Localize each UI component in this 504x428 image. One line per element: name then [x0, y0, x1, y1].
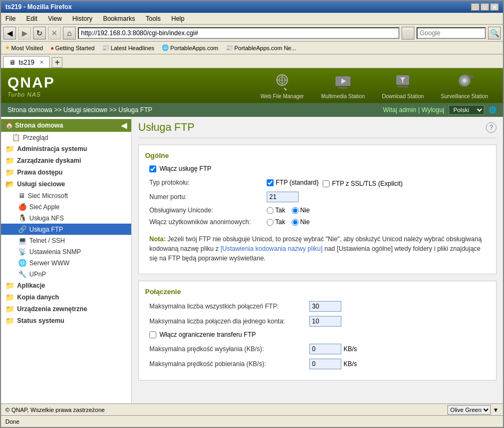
- max-upload-row: Maksymalna prędkość wysyłania (KB/s): KB…: [145, 344, 490, 354]
- max-upload-unit: KB/s: [343, 345, 357, 353]
- note-link[interactable]: [Ustawienia kodowania nazwy pliku]: [220, 245, 322, 252]
- close-button[interactable]: ✕: [490, 3, 499, 11]
- limit-transfer-checkbox[interactable]: [149, 331, 156, 338]
- sidebar-group-aplikacje[interactable]: 📁 Aplikacje: [1, 280, 131, 291]
- download-station-icon: [393, 72, 412, 91]
- globe-icon: 🌐: [489, 106, 497, 114]
- sidebar-group-status[interactable]: 📁 Status systemu: [1, 315, 131, 327]
- bookmark-portableapps[interactable]: 🌐 PortableApps.com: [160, 44, 220, 52]
- sidebar-item-przeglad[interactable]: 📋 Przegląd: [1, 132, 131, 143]
- status-bar: Done: [1, 415, 503, 427]
- unicode-no-radio[interactable]: [292, 207, 299, 214]
- general-section: Ogólne Włącz usługę FTP Typ protokołu: F…: [138, 145, 497, 274]
- sidebar-item-upnp[interactable]: 🔧 UPnP: [1, 268, 131, 280]
- address-bar[interactable]: [78, 27, 399, 39]
- microsoft-icon: 🖥: [18, 192, 25, 200]
- sidebar-item-telnet[interactable]: 💻 Telnet / SSH: [1, 235, 131, 246]
- telnet-icon: 💻: [18, 236, 27, 244]
- breadcrumb-right: Witaj admin | Wyloguj Polski English 🌐: [383, 105, 497, 115]
- bookmark-portableapps-ne[interactable]: 📰 PortableApps.com Ne...: [224, 44, 298, 52]
- search-button[interactable]: 🔍: [488, 27, 501, 39]
- menu-tools[interactable]: Tools: [143, 14, 163, 23]
- bookmark-getting-started[interactable]: ● Getting Started: [49, 44, 97, 52]
- max-download-label: Maksymalna prędkość pobierania (KB/s):: [149, 360, 309, 368]
- svg-line-4: [284, 88, 286, 90]
- max-upload-input[interactable]: [309, 344, 341, 354]
- www-label: Serwer WWW: [29, 259, 69, 267]
- sidebar-group-uslugi[interactable]: 📂 Usługi sieciowe: [1, 178, 131, 190]
- sidebar-header: 🏠 Strona domowa ◀: [1, 119, 131, 132]
- max-per-input[interactable]: [309, 316, 341, 327]
- tab-ts219[interactable]: 🖥 ts219 ✕: [3, 56, 50, 68]
- nav-download-station[interactable]: Download Station: [373, 68, 432, 104]
- nav-multimedia-station[interactable]: Multimedia Station: [313, 68, 373, 104]
- back-button[interactable]: ◀: [3, 27, 16, 39]
- nav-web-file-manager[interactable]: Web File Manager: [252, 68, 313, 104]
- max-download-input[interactable]: [309, 359, 341, 369]
- enable-ftp-checkbox[interactable]: [149, 165, 156, 172]
- apple-label: Sieć Apple: [29, 203, 60, 211]
- ftp-ssl-label: FTP z SSL/TLS (Explicit): [332, 180, 402, 187]
- sidebar-item-snmp[interactable]: 📡 Ustawienia SNMP: [1, 246, 131, 257]
- page-title-text: Usługa FTP: [138, 121, 195, 133]
- anon-yes-radio[interactable]: [267, 219, 274, 226]
- sidebar-collapse-icon[interactable]: ◀: [121, 121, 127, 130]
- search-input[interactable]: [417, 27, 486, 39]
- stop-button[interactable]: ✕: [48, 27, 61, 39]
- portableapps-icon: 🌐: [162, 44, 169, 51]
- copyright-text: © QNAP, Wszelkie prawa zastrzeżone: [5, 407, 105, 413]
- welcome-logout[interactable]: Witaj admin | Wyloguj: [383, 106, 444, 114]
- unicode-yes-radio[interactable]: [267, 207, 274, 214]
- ftp-standard-checkbox[interactable]: [267, 179, 274, 186]
- connection-section: Połączenie Maksymalna liczba wszystkich …: [138, 281, 497, 381]
- reload-button[interactable]: ↻: [33, 27, 46, 39]
- sidebar-group-dyski[interactable]: 📁 Zarządzanie dyskami: [1, 155, 131, 167]
- menu-edit[interactable]: Edit: [24, 14, 39, 23]
- apple-icon: 🍎: [18, 203, 27, 211]
- help-button[interactable]: ?: [486, 122, 497, 133]
- ftp-ssl-checkbox[interactable]: [323, 180, 330, 187]
- svg-point-14: [463, 79, 466, 82]
- sidebar-group-administracja[interactable]: 📁 Administracja systemu: [1, 143, 131, 155]
- menu-history[interactable]: History: [70, 14, 94, 23]
- bookmark-latest-headlines[interactable]: 📰 Latest Headlines: [100, 44, 156, 52]
- nav-surveillance-station[interactable]: Surveillance Station: [433, 68, 497, 104]
- tab-bar: 🖥 ts219 ✕ +: [1, 54, 503, 68]
- new-tab-button[interactable]: +: [52, 57, 62, 68]
- home-button[interactable]: ⌂: [63, 27, 76, 39]
- port-label: Numer portu:: [149, 193, 267, 201]
- tab-close-icon[interactable]: ✕: [39, 59, 44, 65]
- sidebar: 🏠 Strona domowa ◀ 📋 Przegląd 📁 Administr…: [1, 117, 132, 403]
- max-all-input[interactable]: [309, 301, 341, 312]
- sidebar-item-ftp[interactable]: 🔗 Usługa FTP: [1, 224, 131, 235]
- aplikacje-label: Aplikacje: [17, 282, 45, 289]
- sidebar-group-urzadzenia[interactable]: 📁 Urządzenia zewnętrzne: [1, 303, 131, 315]
- minimize-button[interactable]: _: [471, 3, 479, 11]
- web-file-manager-label: Web File Manager: [260, 93, 304, 99]
- sidebar-item-apple[interactable]: 🍎 Sieć Apple: [1, 201, 131, 212]
- sidebar-item-nfs[interactable]: 🐧 Usługa NFS: [1, 212, 131, 224]
- sidebar-group-kopia[interactable]: 📁 Kopia danych: [1, 291, 131, 303]
- language-select[interactable]: Polski English: [449, 105, 484, 115]
- sidebar-item-microsoft[interactable]: 🖥 Sieć Microsoft: [1, 190, 131, 201]
- latest-headlines-icon: 📰: [102, 44, 109, 51]
- sidebar-group-prawa[interactable]: 📁 Prawa dostępu: [1, 167, 131, 178]
- nfs-icon: 🐧: [18, 214, 27, 222]
- maximize-button[interactable]: □: [481, 3, 489, 11]
- bookmark-most-visited[interactable]: ★ Most Visited: [3, 44, 45, 52]
- menu-file[interactable]: File: [3, 14, 18, 23]
- status-folder-icon: 📁: [5, 316, 14, 325]
- menu-bookmarks[interactable]: Bookmarks: [101, 14, 137, 23]
- portableapps-label: PortableApps.com: [170, 45, 218, 51]
- menu-view[interactable]: View: [46, 14, 64, 23]
- upnp-icon: 🔧: [18, 270, 27, 278]
- bookmark-star[interactable]: ☆: [402, 27, 414, 39]
- sidebar-item-www[interactable]: 🌐 Serwer WWW: [1, 257, 131, 268]
- menu-help[interactable]: Help: [169, 14, 187, 23]
- forward-button[interactable]: ▶: [18, 27, 31, 39]
- anon-no-radio[interactable]: [292, 219, 299, 226]
- theme-select[interactable]: Olive Green Blue: [447, 405, 491, 415]
- port-input[interactable]: [267, 192, 299, 202]
- surveillance-station-icon: [455, 72, 474, 91]
- urzadzenia-folder-icon: 📁: [5, 305, 14, 313]
